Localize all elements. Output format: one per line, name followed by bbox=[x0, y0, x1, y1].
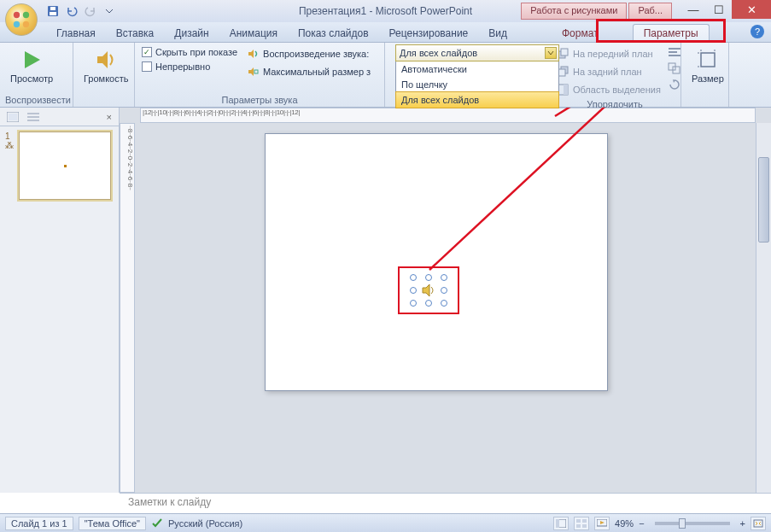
svg-point-0 bbox=[14, 12, 20, 18]
office-button[interactable] bbox=[5, 3, 38, 36]
svg-rect-9 bbox=[561, 49, 568, 56]
status-slide: Слайд 1 из 1 bbox=[5, 517, 73, 530]
play-sound-row: Воспроизведение звука: bbox=[244, 46, 372, 61]
tab-slideshow[interactable]: Показ слайдов bbox=[288, 25, 379, 42]
size-button[interactable]: Размер bbox=[686, 46, 729, 85]
chevron-down-icon[interactable] bbox=[545, 47, 557, 59]
qat-more-icon[interactable] bbox=[102, 4, 116, 18]
slide-thumbnail-1[interactable] bbox=[19, 132, 111, 200]
max-size-row[interactable]: Максимальный размер з bbox=[244, 64, 372, 79]
pane-close-icon[interactable]: × bbox=[107, 112, 112, 122]
notes-pane[interactable]: Заметки к слайду bbox=[120, 493, 771, 513]
outline-tab-icon[interactable] bbox=[27, 112, 39, 122]
checkbox-checked-icon: ✓ bbox=[142, 47, 152, 57]
svg-rect-30 bbox=[582, 519, 587, 523]
vertical-ruler: ··8··6··4··2··0··2··4··6··8·· bbox=[120, 123, 135, 493]
svg-rect-21 bbox=[9, 114, 17, 120]
dropdown-selected[interactable]: Для всех слайдов bbox=[395, 44, 559, 61]
svg-rect-15 bbox=[669, 51, 677, 53]
checkbox-icon bbox=[142, 61, 152, 72]
svg-rect-34 bbox=[754, 520, 762, 527]
group-volume: Громкость bbox=[73, 43, 135, 107]
dropdown-list: Автоматически По щелчку Для всех слайдов bbox=[395, 61, 559, 108]
svg-point-1 bbox=[23, 12, 29, 18]
tab-animation[interactable]: Анимация bbox=[219, 25, 288, 42]
bring-front-button[interactable]: На передний план bbox=[554, 46, 663, 61]
tab-design[interactable]: Дизайн bbox=[164, 25, 219, 42]
speaker-object-icon bbox=[421, 283, 436, 298]
zoom-in-icon[interactable]: + bbox=[740, 518, 745, 529]
maximize-button[interactable]: ☐ bbox=[706, 0, 732, 19]
selection-pane-button[interactable]: Область выделения bbox=[554, 82, 663, 97]
spellcheck-icon[interactable] bbox=[151, 517, 163, 530]
dropdown-item-click[interactable]: По щелчку bbox=[396, 77, 558, 92]
zoom-value[interactable]: 49% bbox=[615, 518, 634, 529]
group-preview-label: Воспроизвести bbox=[5, 93, 67, 105]
tab-view[interactable]: Вид bbox=[478, 25, 517, 42]
sound-play-icon bbox=[246, 47, 260, 61]
send-back-button[interactable]: На задний план bbox=[554, 64, 663, 79]
workspace: × 1⁂ |12|·|·|10|·|·|8|·|·|6|·|·|4|·|·|2|… bbox=[0, 108, 771, 493]
speaker-icon bbox=[92, 48, 120, 72]
svg-rect-13 bbox=[564, 85, 568, 95]
help-icon[interactable]: ? bbox=[751, 25, 764, 38]
svg-rect-6 bbox=[50, 7, 55, 10]
loop-checkbox[interactable]: Непрерывно bbox=[140, 61, 239, 73]
tab-format[interactable]: Формат bbox=[552, 25, 609, 42]
slide-editor: |12|·|·|10|·|·|8|·|·|6|·|·|4|·|·|2|·|·|0… bbox=[120, 108, 771, 493]
preview-button[interactable]: Просмотр bbox=[5, 46, 58, 85]
ribbon: Просмотр Воспроизвести Громкость ✓ Скрыт… bbox=[0, 43, 771, 108]
view-sorter-icon[interactable] bbox=[574, 517, 589, 530]
view-normal-icon[interactable] bbox=[553, 517, 569, 530]
ribbon-tabs: Главная Вставка Дизайн Анимация Показ сл… bbox=[0, 22, 771, 43]
fit-window-icon[interactable] bbox=[751, 517, 766, 530]
svg-rect-14 bbox=[669, 48, 680, 50]
group-preview: Просмотр Воспроизвести bbox=[0, 43, 73, 107]
status-lang[interactable]: Русский (Россия) bbox=[168, 518, 242, 529]
tab-home[interactable]: Главная bbox=[46, 25, 106, 42]
horizontal-ruler: |12|·|·|10|·|·|8|·|·|6|·|·|4|·|·|2|·|·|0… bbox=[140, 108, 756, 123]
dropdown-item-auto[interactable]: Автоматически bbox=[396, 61, 558, 77]
svg-rect-29 bbox=[576, 519, 581, 523]
rotate-icon[interactable] bbox=[668, 79, 681, 92]
sound-object-selected[interactable] bbox=[413, 278, 444, 303]
zoom-out-icon[interactable]: − bbox=[639, 518, 644, 529]
play-sound-dropdown: Для всех слайдов Автоматически По щелчку… bbox=[395, 44, 559, 108]
save-icon[interactable] bbox=[46, 4, 60, 18]
svg-rect-7 bbox=[254, 70, 258, 73]
volume-button[interactable]: Громкость bbox=[79, 46, 133, 85]
preview-label: Просмотр bbox=[10, 73, 53, 84]
tab-parameters[interactable]: Параметры bbox=[633, 24, 710, 42]
highlight-sound-object bbox=[398, 266, 459, 314]
svg-rect-28 bbox=[556, 519, 559, 528]
status-bar: Слайд 1 из 1 "Тема Office" Русский (Росс… bbox=[0, 513, 771, 532]
context-tab-pictures[interactable]: Работа с рисунками bbox=[521, 3, 627, 20]
hide-during-show-checkbox[interactable]: ✓ Скрыть при показе bbox=[140, 46, 239, 58]
slides-tab-icon[interactable] bbox=[7, 112, 19, 122]
status-theme: "Тема Office" bbox=[79, 517, 146, 530]
redo-icon[interactable] bbox=[84, 4, 97, 18]
quick-access-toolbar bbox=[46, 4, 116, 18]
tab-insert[interactable]: Вставка bbox=[106, 25, 165, 42]
minimize-button[interactable]: — bbox=[680, 0, 706, 19]
title-bar: Презентация1 - Microsoft PowerPoint Рабо… bbox=[0, 0, 771, 22]
slides-pane: × 1⁂ bbox=[0, 108, 120, 493]
thumbnail-list: 1⁂ bbox=[0, 126, 119, 208]
svg-rect-11 bbox=[558, 69, 565, 76]
group-sound-label: Параметры звука bbox=[140, 93, 379, 105]
tab-review[interactable]: Рецензирование bbox=[379, 25, 479, 42]
thumb-number: 1⁂ bbox=[5, 132, 15, 150]
zoom-slider[interactable] bbox=[655, 522, 730, 525]
vertical-scrollbar[interactable] bbox=[756, 123, 771, 493]
svg-rect-31 bbox=[576, 524, 581, 528]
svg-point-2 bbox=[14, 21, 20, 27]
dropdown-item-allslides[interactable]: Для всех слайдов bbox=[395, 91, 559, 108]
svg-rect-16 bbox=[669, 55, 680, 56]
view-slideshow-icon[interactable] bbox=[594, 517, 610, 530]
align-icon[interactable] bbox=[668, 46, 681, 60]
slide-canvas[interactable] bbox=[265, 133, 608, 391]
undo-icon[interactable] bbox=[65, 4, 79, 18]
context-tab-b[interactable]: Раб... bbox=[628, 3, 672, 20]
close-button[interactable]: ✕ bbox=[732, 0, 771, 19]
group-icon[interactable] bbox=[668, 62, 681, 76]
